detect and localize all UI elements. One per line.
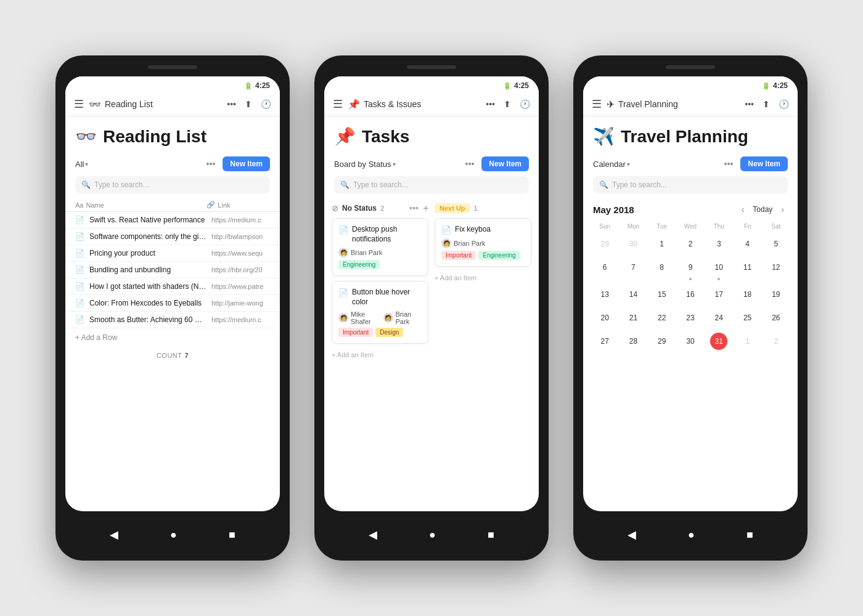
menu-icon-3[interactable]: ☰ [592,97,602,111]
dots-icon-2[interactable]: ••• [486,99,495,109]
table-row[interactable]: 📄 Swift vs. React Native performance htt… [65,212,280,229]
recents-btn-1[interactable]: ■ [229,529,235,541]
cal-day-wrapper[interactable]: 22 [648,306,676,330]
cal-day-wrapper[interactable]: 6 [591,256,619,283]
menu-icon-2[interactable]: ☰ [333,97,343,111]
cal-day-wrapper[interactable]: 29 [591,232,619,256]
home-btn-2[interactable]: ● [429,529,436,541]
cal-day-wrapper[interactable]: 2 [676,232,705,256]
cal-prev[interactable]: ‹ [738,203,748,216]
table-row[interactable]: 📄 Bundling and unbundling https://hbr.or… [65,262,280,278]
view-selector-3[interactable]: Calendar ▾ [593,160,630,169]
cal-day-wrapper[interactable]: 20 [591,306,619,330]
cal-day: 4 [743,235,752,253]
cal-day-wrapper[interactable]: 14 [619,283,647,306]
share-icon-2[interactable]: ⬆ [504,99,511,109]
table-row[interactable]: 📄 Color: From Hexcodes to Eyeballs http:… [65,295,280,312]
cal-dot [718,278,720,280]
col-add-no-status[interactable]: + [423,203,428,213]
table-header-1: Aa Name 🔗 Link [65,198,280,212]
cal-day-wrapper[interactable]: 21 [619,306,647,330]
cal-header-wed: Wed [676,221,705,232]
search-bar-1[interactable]: 🔍 Type to search... [75,176,270,193]
view-toolbar-actions-2: ••• New Item [465,156,529,171]
menu-icon-1[interactable]: ☰ [74,97,84,111]
cal-day-wrapper[interactable]: 12 [762,256,790,283]
back-btn-2[interactable]: ◀ [369,528,377,541]
count-num-1: 7 [184,352,189,359]
cal-next[interactable]: › [777,203,788,216]
back-btn-1[interactable]: ◀ [110,528,118,541]
app-emoji-1: 👓 [89,99,101,110]
cal-day-wrapper[interactable]: 9 [676,256,705,283]
cal-day-wrapper[interactable]: 18 [733,283,761,306]
table-row[interactable]: 📄 Software components: only the giants h… [65,229,280,245]
cal-day-wrapper[interactable]: 24 [705,306,733,330]
table-row[interactable]: 📄 Pricing your product https://www.sequ [65,245,280,262]
card-fix-keyboard[interactable]: 📄 Fix keyboa 🧑 Brian Park Important Engi… [435,218,531,267]
cal-day-wrapper[interactable]: 1 [733,330,761,353]
app-title-3: Travel Planning [618,99,678,109]
add-item-no-status[interactable]: + Add an Item [332,349,428,361]
table-row[interactable]: 📄 How I got started with shaders (Non-S … [65,278,280,295]
cal-day-wrapper[interactable]: 1 [648,232,676,256]
view-selector-2[interactable]: Board by Status ▾ [334,160,396,169]
home-btn-3[interactable]: ● [688,529,695,541]
clock-icon-3[interactable]: 🕐 [779,99,789,109]
col-dots-no-status[interactable]: ••• [409,203,419,213]
table-row[interactable]: 📄 Smooth as Butter: Achieving 60 FPS A h… [65,312,280,328]
view-dots-2[interactable]: ••• [465,159,475,169]
view-selector-1[interactable]: All ▾ [75,160,88,169]
back-btn-3[interactable]: ◀ [628,528,636,541]
share-icon-1[interactable]: ⬆ [245,99,252,109]
status-bar-1: 🔋 4:25 [65,76,280,92]
dots-icon-1[interactable]: ••• [227,99,236,109]
card-button-blue[interactable]: 📄 Button blue hover color 🧑 Mike Shafer … [332,281,428,344]
cal-day-wrapper[interactable]: 30 [619,232,647,256]
cal-day-wrapper[interactable]: 27 [591,330,619,353]
card-desktop-push[interactable]: 📄 Desktop push notifications 🧑 Brian Par… [332,218,428,276]
new-item-btn-1[interactable]: New Item [223,156,270,171]
tag-important-2: Important [338,328,373,337]
col-actions-no-status: ••• + [409,203,428,213]
clock-icon-2[interactable]: 🕐 [520,99,530,109]
new-item-btn-2[interactable]: New Item [481,156,529,171]
cal-day-wrapper[interactable]: 8 [648,256,676,283]
cal-day-wrapper[interactable]: 11 [733,256,761,283]
cal-day-wrapper[interactable]: 19 [762,283,790,306]
today-btn[interactable]: Today [753,205,772,214]
cal-day-wrapper[interactable]: 5 [762,232,790,256]
cal-day-wrapper[interactable]: 15 [648,283,676,306]
cal-day-wrapper[interactable]: 7 [619,256,647,283]
search-bar-2[interactable]: 🔍 Type to search... [334,176,529,193]
cal-day-wrapper[interactable]: 2 [762,330,790,353]
recents-btn-2[interactable]: ■ [488,529,494,541]
cal-day-wrapper[interactable]: 17 [705,283,733,306]
cal-day-wrapper[interactable]: 3 [705,232,733,256]
cal-day-wrapper[interactable]: 29 [648,330,676,353]
cal-day-wrapper[interactable]: 28 [619,330,647,353]
add-item-next-up[interactable]: + Add an Item [435,272,531,284]
cal-day-wrapper[interactable]: 4 [733,232,761,256]
view-dots-3[interactable]: ••• [724,159,734,169]
recents-btn-3[interactable]: ■ [746,529,753,541]
cal-day-wrapper[interactable]: 13 [591,283,619,306]
card-doc-icon-1: 📄 [338,225,348,235]
add-row-btn-1[interactable]: + Add a Row [65,328,280,347]
new-item-btn-3[interactable]: New Item [740,156,788,171]
share-icon-3[interactable]: ⬆ [763,99,770,109]
clock-icon-1[interactable]: 🕐 [261,99,271,109]
home-btn-1[interactable]: ● [170,529,177,541]
cal-day-wrapper[interactable]: 26 [762,306,790,330]
search-bar-3[interactable]: 🔍 Type to search... [593,176,788,193]
cal-day-wrapper[interactable]: 10 [705,256,733,283]
name-icon: Aa [75,201,83,209]
cal-day-wrapper[interactable]: 25 [733,306,761,330]
cal-day-wrapper[interactable]: 31 [705,330,733,353]
cal-day-wrapper[interactable]: 23 [676,306,705,330]
dots-icon-3[interactable]: ••• [745,99,754,109]
cal-day-wrapper[interactable]: 30 [676,330,705,353]
cal-day-wrapper[interactable]: 16 [676,283,705,306]
view-dots-1[interactable]: ••• [207,159,216,169]
month-title: May 2018 [593,205,733,215]
